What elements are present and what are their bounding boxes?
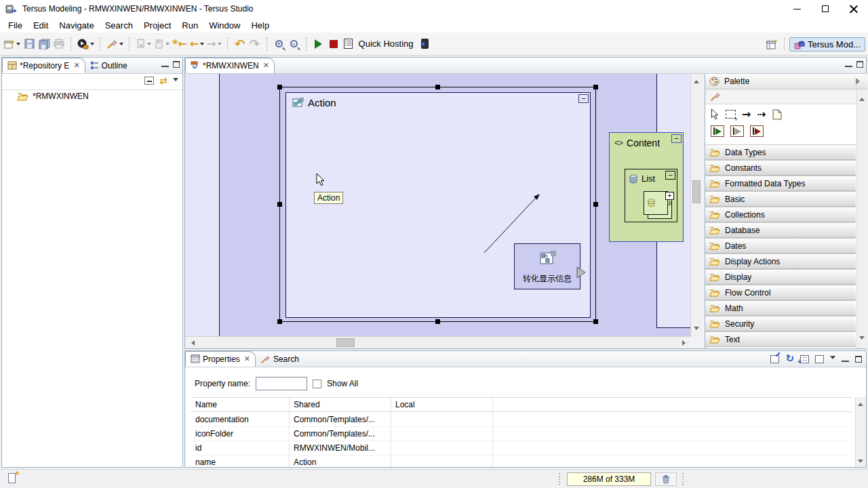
- property-name-input[interactable]: [256, 377, 307, 390]
- column-header-shared[interactable]: Shared: [289, 400, 391, 409]
- diagram-canvas[interactable]: Action − <> Content −: [185, 74, 690, 336]
- collapse-list-button[interactable]: −: [665, 171, 675, 180]
- collapse-action-button[interactable]: −: [578, 94, 589, 103]
- tab-search[interactable]: Search: [256, 351, 304, 367]
- fast-view-icon[interactable]: [8, 473, 16, 483]
- content-element[interactable]: <> Content − List: [609, 132, 684, 242]
- selection-handle[interactable]: [435, 85, 440, 89]
- stop-button[interactable]: [326, 36, 341, 52]
- table-row-name[interactable]: name Action: [191, 455, 852, 470]
- close-button[interactable]: [840, 0, 868, 18]
- column-header-name[interactable]: Name: [191, 400, 289, 409]
- link-with-editor-icon[interactable]: ⇄: [159, 76, 167, 85]
- scrollbar-thumb[interactable]: [692, 180, 701, 203]
- collapse-all-icon[interactable]: [144, 77, 154, 85]
- table-row-id[interactable]: id RMWXINWEN/Mobil...: [191, 441, 852, 455]
- undo-button[interactable]: ↶: [233, 36, 248, 52]
- palette-header[interactable]: Palette: [705, 74, 867, 89]
- zoom-in-button[interactable]: +: [272, 36, 287, 52]
- tab-close-icon[interactable]: ✕: [73, 61, 79, 70]
- back-button[interactable]: ←: [189, 36, 205, 52]
- selection-handle[interactable]: [277, 85, 282, 89]
- selection-handle[interactable]: [593, 85, 598, 89]
- menu-file[interactable]: File: [3, 19, 28, 32]
- drag-handle[interactable]: [559, 473, 561, 485]
- maximize-view-icon[interactable]: [173, 61, 180, 68]
- new-wizard-button[interactable]: ✦: [3, 36, 22, 52]
- selection-handle[interactable]: [593, 319, 598, 324]
- show-all-checkbox[interactable]: [313, 380, 321, 388]
- palette-collapse-icon[interactable]: [856, 78, 863, 85]
- last-edit-location-button[interactable]: *←: [171, 36, 189, 52]
- menu-help[interactable]: Help: [245, 19, 275, 32]
- flow-arrow-tool-icon[interactable]: →: [742, 109, 751, 120]
- perspective-tersus-modeling[interactable]: Tersus Mod...: [789, 37, 865, 52]
- action-element[interactable]: Action − <> Content −: [285, 92, 591, 318]
- note-tool-icon[interactable]: [772, 109, 782, 120]
- run-button[interactable]: [311, 36, 326, 52]
- palette-category-math[interactable]: Math: [705, 300, 856, 316]
- selection-handle[interactable]: [593, 202, 598, 207]
- scroll-up-icon[interactable]: [859, 95, 865, 101]
- forward-button[interactable]: →: [205, 36, 222, 52]
- list-element[interactable]: List − Lis +: [625, 169, 677, 222]
- save-all-button[interactable]: [37, 36, 52, 52]
- palette-active-tool-row[interactable]: [705, 89, 867, 104]
- properties-scrollbar[interactable]: [855, 397, 866, 467]
- palette-category-formatted-data-types[interactable]: Formatted Data Types: [705, 176, 856, 191]
- menu-window[interactable]: Window: [203, 19, 245, 32]
- selection-handle[interactable]: [277, 202, 282, 207]
- menu-project[interactable]: Project: [138, 19, 176, 32]
- scroll-right-icon[interactable]: [682, 340, 688, 346]
- previous-annotation-button[interactable]: [153, 36, 171, 52]
- maximize-editor-icon[interactable]: [856, 61, 863, 68]
- column-header-local[interactable]: Local: [391, 400, 492, 409]
- view-menu-icon[interactable]: [173, 78, 178, 84]
- stop-trigger-tool-icon[interactable]: [750, 125, 764, 137]
- neutral-trigger-tool-icon[interactable]: [730, 125, 744, 137]
- scroll-left-icon[interactable]: [189, 340, 195, 346]
- drag-handle[interactable]: [682, 473, 684, 485]
- editor-tab-rmwxinwen[interactable]: *RMWXINWEN ✕: [185, 58, 275, 73]
- redo-button[interactable]: ↷: [248, 36, 262, 52]
- pin-view-icon[interactable]: [770, 355, 779, 363]
- minimize-editor-icon[interactable]: [845, 61, 852, 67]
- add-property-icon[interactable]: +: [800, 355, 809, 363]
- menu-edit[interactable]: Edit: [28, 19, 54, 32]
- tab-properties[interactable]: Properties ✕: [185, 351, 256, 367]
- run-model-button[interactable]: [76, 36, 96, 52]
- palette-category-security[interactable]: Security: [705, 316, 856, 331]
- zoom-out-button[interactable]: −: [287, 36, 302, 52]
- palette-category-dates[interactable]: Dates: [705, 238, 856, 253]
- palette-category-flow-control[interactable]: Flow Control: [705, 285, 856, 300]
- table-row-documentation[interactable]: documentation Common/Templates/...: [191, 413, 852, 427]
- minimize-button[interactable]: [783, 0, 811, 18]
- palette-category-display[interactable]: Display: [705, 269, 856, 285]
- marquee-tool-icon[interactable]: [726, 110, 736, 119]
- palette-category-display-actions[interactable]: Display Actions: [705, 253, 856, 269]
- save-button[interactable]: [22, 36, 37, 52]
- search-brush-button[interactable]: [105, 36, 125, 52]
- table-row-iconfolder[interactable]: iconFolder Common/Templates/...: [191, 427, 852, 441]
- palette-category-text[interactable]: Text: [705, 331, 856, 347]
- run-garbage-collector-button[interactable]: [655, 472, 677, 486]
- quick-hosting-exit-button[interactable]: [418, 36, 433, 52]
- minimize-view-icon[interactable]: [842, 356, 849, 362]
- maximize-view-icon[interactable]: [855, 356, 862, 363]
- show-advanced-icon[interactable]: [815, 355, 824, 363]
- palette-scrollbar[interactable]: [856, 89, 867, 348]
- collapse-content-button[interactable]: −: [671, 134, 682, 143]
- minimize-view-icon[interactable]: [161, 61, 169, 67]
- dashed-arrow-tool-icon[interactable]: ⇢: [757, 109, 766, 120]
- menu-run[interactable]: Run: [176, 19, 203, 32]
- list-inner-element[interactable]: +: [644, 191, 668, 215]
- select-tool-icon[interactable]: [711, 108, 719, 120]
- editor-horizontal-scrollbar[interactable]: [185, 336, 690, 348]
- tab-repository-explorer[interactable]: *Repository E ✕: [2, 58, 85, 73]
- editor-tab-close-icon[interactable]: ✕: [263, 61, 269, 70]
- palette-category-database[interactable]: Database: [705, 222, 856, 238]
- next-annotation-button[interactable]: [134, 36, 153, 52]
- refresh-icon[interactable]: ↻: [785, 354, 794, 364]
- selection-handle[interactable]: [435, 319, 440, 324]
- scrollbar-thumb[interactable]: [336, 338, 355, 347]
